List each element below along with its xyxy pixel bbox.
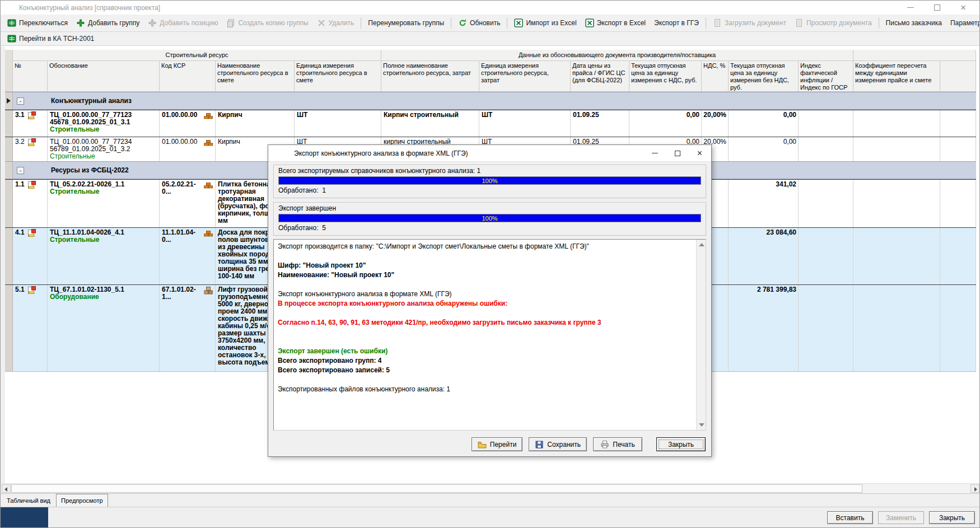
progress-done-percent: 100%	[279, 214, 701, 223]
row-indicator	[5, 285, 13, 371]
grid-cell: ТЦ_11.1.01.04-0026_4.1Строительные	[48, 228, 160, 284]
column-header: Единица измерения строительного ресурса …	[295, 61, 381, 92]
conversion-coeff	[853, 180, 940, 227]
dialog-title-bar[interactable]: Экспорт конъюнктурного анализа в формате…	[268, 145, 711, 162]
progress-total-percent: 100%	[279, 177, 701, 185]
log-line: Наименование: "Новый проект 10"	[278, 270, 692, 280]
insert-button[interactable]: Вставить	[827, 511, 873, 524]
crate-icon	[204, 286, 213, 295]
excel-icon	[514, 18, 523, 27]
main-toolbar: ПереключитьсяДобавить группуДобавить поз…	[1, 15, 979, 32]
toolbar-button-label: Экспорт в Excel	[597, 19, 646, 27]
column-header: Текущая отпускная цена за единицу измере…	[629, 61, 702, 92]
toolbar-button-label: Параметры	[950, 19, 980, 27]
column-header: Полное наименование строительного ресурс…	[381, 61, 479, 92]
scrollbar-thumb[interactable]	[11, 484, 862, 493]
log-scrollbar[interactable]	[696, 240, 706, 430]
ka-icon	[7, 34, 16, 43]
dialog-close-icon[interactable]: ×	[697, 151, 702, 156]
horizontal-scrollbar[interactable]	[1, 483, 980, 493]
conversion-coeff	[853, 228, 940, 284]
replace-button: Заменить	[878, 511, 924, 524]
resource-category: Строительные	[50, 236, 157, 244]
toolbar-button-переключиться[interactable]: Переключиться	[3, 17, 72, 29]
log-line: В процессе экспорта конъюнктурного анали…	[278, 299, 692, 309]
close-icon[interactable]: ×	[960, 4, 966, 11]
progress-bar-done: 100%	[278, 214, 701, 222]
brick-icon	[204, 111, 213, 120]
scroll-down-icon[interactable]	[699, 423, 704, 427]
tab-preview[interactable]: Предпросмотр	[56, 494, 108, 507]
toolbar-button-label: Добавить группу	[88, 19, 139, 27]
toolbar-button-добавить-группу[interactable]: Добавить группу	[72, 17, 143, 29]
grid-cell: 01.00.00.00	[160, 137, 216, 161]
grid-cell: ТЦ_05.2.02.21-0026_1.1Строительные	[48, 180, 160, 227]
column-header: НДС, %	[702, 61, 729, 92]
toolbar-button-label: Перенумеровать группы	[368, 19, 444, 27]
scroll-right-icon[interactable]	[970, 484, 979, 493]
group-row[interactable]: -Конъюнктурный анализ	[5, 92, 976, 110]
scroll-up-icon[interactable]	[699, 243, 704, 246]
log-line	[278, 375, 692, 385]
ksr-code: 67.1.01.02-1...	[162, 286, 203, 301]
toolbar-separator	[879, 17, 879, 29]
brick-icon	[204, 181, 213, 190]
row-number: 3.1	[15, 111, 25, 119]
toolbar-button-label: Добавить позицию	[160, 19, 218, 27]
toolbar-button-перенумеровать-группы[interactable]: Перенумеровать группы	[364, 17, 448, 29]
log-line: Экспорт конъюнктурного анализа в формате…	[278, 289, 692, 299]
column-header: Индекс фактической инфляции / Индекс по …	[799, 61, 853, 92]
vat-percent: 20,00%	[702, 110, 729, 137]
row-indicator	[5, 162, 13, 179]
close-button[interactable]: Закрыть	[929, 511, 975, 524]
print-button[interactable]: Печать	[593, 437, 642, 451]
maximize-icon[interactable]	[934, 4, 940, 11]
inflation-index	[799, 228, 853, 284]
price-without-vat: 0,00	[729, 110, 799, 137]
app-window: Конъюнктурный анализ [справочник проекта…	[0, 0, 980, 528]
save-button[interactable]: Сохранить	[529, 437, 587, 451]
toolbar-button-экспорт-в-excel[interactable]: Экспорт в Excel	[581, 17, 650, 29]
brick-icon	[204, 229, 213, 238]
toolbar-button-экспорт-в-ггэ[interactable]: Экспорт в ГГЭ	[650, 17, 703, 29]
go-button[interactable]: Перейти	[472, 437, 523, 451]
unit: ШТ	[295, 110, 381, 137]
log-line: Экспорт производится в папку: "C:\Импорт…	[278, 242, 692, 251]
log-line: Согласно п.14, 63, 90, 91, 63 методики 4…	[278, 318, 692, 328]
price-without-vat: 23 084,60	[729, 228, 799, 284]
dialog-maximize-icon[interactable]	[675, 151, 680, 156]
toolbar-button-label: Перейти в КА ТСН-2001	[19, 35, 94, 43]
toolbar-button-label: Импорт из Excel	[526, 19, 576, 27]
close-dialog-button[interactable]: Закрыть	[656, 437, 706, 451]
left-margin-strip	[1, 46, 5, 483]
tab-table-view[interactable]: Табличный вид	[2, 495, 55, 507]
toolbar-button-label: Удалить	[329, 19, 354, 27]
toolbar-button-импорт-из-excel[interactable]: Импорт из Excel	[510, 17, 580, 29]
log-line: Экспортированных файлов конъюнктурного а…	[278, 385, 692, 394]
inflation-index	[799, 285, 853, 371]
toolbar-button-label: Письмо заказчика	[886, 19, 942, 27]
conversion-coeff	[853, 137, 940, 161]
toolbar-button-перейти-в-ка-тсн-2001[interactable]: Перейти в КА ТСН-2001	[3, 32, 98, 45]
toolbar-separator	[451, 17, 451, 29]
resource-category: Строительные	[50, 188, 157, 195]
scroll-left-icon[interactable]	[2, 484, 11, 493]
table-row[interactable]: 3.1ТЦ_01.00.00.00_77_77123 45678_01.09.2…	[5, 110, 976, 137]
collapse-group-button[interactable]: -	[17, 167, 24, 174]
toolbar-button-письмо-заказчика[interactable]: Письмо заказчика	[882, 17, 946, 29]
resource-category: Оборудование	[50, 293, 157, 301]
log-line	[278, 280, 692, 289]
log-line: Экспорт завершен (есть ошибки)	[278, 347, 692, 356]
toolbar-separator	[361, 17, 361, 29]
log-line: Всего экспортировано групп: 4	[278, 356, 692, 366]
spacer	[940, 110, 976, 137]
document-icon	[27, 229, 36, 238]
dialog-minimize-icon[interactable]	[652, 153, 658, 153]
ka-icon	[7, 18, 16, 27]
toolbar-button-параметры[interactable]: Параметры	[946, 17, 980, 29]
brick-icon	[204, 138, 213, 147]
column-header: Текущая отпускная цена за единицу измере…	[729, 61, 799, 92]
minimize-icon[interactable]	[907, 7, 914, 8]
toolbar-button-обновить[interactable]: Обновить	[454, 17, 504, 29]
collapse-group-button[interactable]: -	[17, 97, 24, 105]
